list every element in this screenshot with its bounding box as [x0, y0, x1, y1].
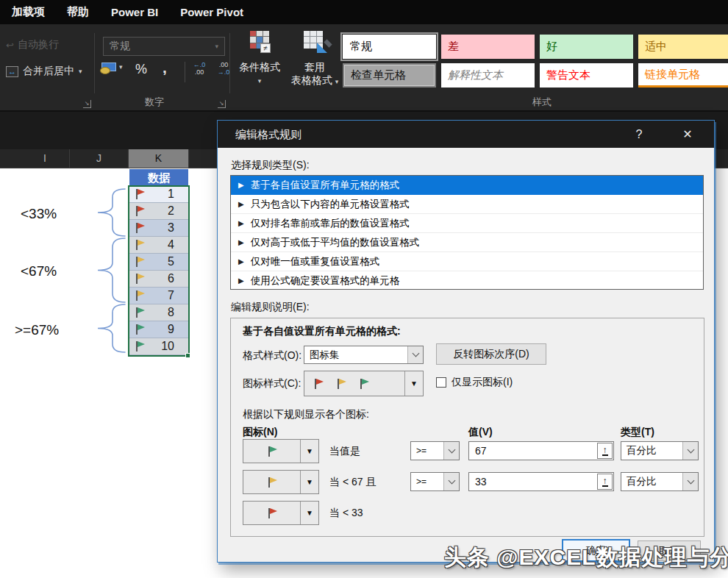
rule-type-item-1[interactable]: ▶只为包含以下内容的单元格设置格式 — [231, 195, 703, 214]
conditional-formatting-button[interactable]: ≠ 条件格式 ▾ — [234, 31, 285, 85]
number-dialog-launcher-icon[interactable]: ↘ — [218, 100, 226, 108]
rule-type-item-3[interactable]: ▶仅对高于或低于平均值的数值设置格式 — [231, 233, 703, 252]
help-icon[interactable]: ? — [627, 121, 652, 148]
rule1-type-combo[interactable]: 百分比 — [621, 441, 699, 460]
alignment-dialog-launcher-icon[interactable]: ↘ — [83, 100, 91, 108]
rule1-value-input[interactable] — [469, 442, 613, 460]
format-style-label: 格式样式(O): — [243, 349, 301, 363]
rule2-value-input[interactable] — [469, 473, 613, 490]
percent-style-button[interactable]: % — [135, 62, 147, 77]
excel-window: 加载项 帮助 Power BI Power Pivot ↩ 自动换行 ↔ 合并后… — [0, 0, 728, 578]
ribbon-tab-row: 加载项 帮助 Power BI Power Pivot — [0, 0, 728, 24]
column-header-k[interactable]: K — [129, 149, 189, 168]
reverse-icon-order-button[interactable]: 反转图标次序(D) — [436, 343, 546, 365]
column-header-i[interactable]: I — [21, 149, 70, 168]
data-header-cell[interactable]: 数据 — [129, 169, 188, 186]
cell-style-warning-text[interactable]: 警告文本 — [540, 63, 633, 88]
fill-handle[interactable] — [185, 353, 190, 358]
chevron-down-icon — [407, 346, 423, 363]
dropdown-icon: ▼ — [301, 478, 318, 486]
cell-style-neutral[interactable]: 适中 — [638, 35, 728, 59]
format-as-table-label-2: 表格格式 ▾ — [288, 74, 341, 88]
styles-group-label: 样式 — [513, 96, 571, 107]
dropdown-icon: ▼ — [405, 379, 423, 388]
rule-type-item-2[interactable]: ▶仅对排名靠前或靠后的数值设置格式 — [231, 214, 703, 233]
cell-k10[interactable]: 9 — [129, 321, 188, 338]
cell-style-check-cell[interactable]: 检查单元格 — [343, 63, 436, 88]
triangle-marker-icon: ▶ — [238, 219, 244, 227]
decrease-decimal-button[interactable]: .00 →.0 — [213, 61, 235, 76]
show-icon-only-option[interactable]: 仅显示图标(I) — [436, 376, 513, 389]
cell-k5[interactable]: 4 — [129, 237, 188, 254]
wrap-text-button[interactable]: ↩ 自动换行 — [6, 38, 59, 51]
rule2-condition-label: 当 < 67 且 — [329, 476, 376, 489]
rule2-type-combo[interactable]: 百分比 — [621, 472, 699, 491]
cell-style-explanatory[interactable]: 解释性文本 — [441, 63, 535, 88]
close-icon[interactable]: ✕ — [675, 121, 700, 148]
flag-icon — [265, 507, 279, 519]
decrease-decimal-icon: .00 — [213, 61, 235, 68]
annotation-lt67: <67% — [21, 263, 57, 279]
rule-type-item-0[interactable]: ▶基于各自值设置所有单元格的格式 — [231, 176, 703, 195]
show-icon-only-checkbox[interactable] — [436, 377, 446, 388]
column-header-j[interactable]: J — [70, 149, 129, 168]
rule2-icon-combo[interactable]: ▼ — [243, 470, 319, 494]
cell-k7[interactable]: 6 — [129, 271, 188, 288]
flag-icon — [133, 340, 146, 352]
ribbon: 加载项 帮助 Power BI Power Pivot ↩ 自动换行 ↔ 合并后… — [0, 0, 728, 110]
icon-style-combo[interactable]: ▼ — [304, 371, 424, 396]
rule1-value-field: ↑ — [468, 441, 614, 460]
rule-type-item-5[interactable]: ▶使用公式确定要设置格式的单元格 — [231, 271, 703, 290]
cell-k11[interactable]: 10 — [129, 338, 188, 355]
cell-k3[interactable]: 2 — [129, 203, 188, 220]
rule1-collapse-button[interactable]: ↑ — [597, 443, 613, 459]
chevron-down-icon — [682, 442, 698, 460]
flag-icon — [133, 205, 146, 217]
format-as-table-button[interactable]: 套用 表格格式 ▾ — [288, 31, 341, 88]
chevron-down-icon: ▾ — [119, 63, 123, 71]
comma-style-button[interactable]: , — [163, 59, 167, 76]
tab-help[interactable]: 帮助 — [67, 5, 89, 19]
cell-style-normal[interactable]: 常规 — [343, 35, 436, 59]
flag-icon — [133, 290, 146, 302]
rule1-icon-combo[interactable]: ▼ — [243, 439, 319, 463]
tab-power-bi[interactable]: Power BI — [111, 6, 158, 18]
tab-addins[interactable]: 加载项 — [12, 5, 45, 19]
cell-k9[interactable]: 8 — [129, 304, 188, 321]
increase-decimal-icon-row2: .00 — [188, 68, 210, 76]
dialog-title: 编辑格式规则 — [235, 128, 301, 140]
cell-style-good[interactable]: 好 — [540, 35, 633, 59]
flag-icon — [265, 446, 279, 457]
rule-type-item-4[interactable]: ▶仅对唯一值或重复值设置格式 — [231, 252, 703, 271]
flag-icon — [133, 239, 146, 251]
triangle-marker-icon: ▶ — [238, 181, 244, 189]
rule3-icon-combo[interactable]: ▼ — [243, 501, 319, 525]
number-format-value: 常规 — [110, 40, 215, 53]
rule2-collapse-button[interactable]: ↑ — [597, 474, 613, 490]
chevron-down-icon — [682, 473, 698, 490]
format-style-combo[interactable]: 图标集 — [304, 346, 424, 364]
watermark-text: 头条 @EXCEL数据处理与分析 — [444, 543, 728, 573]
cell-style-bad[interactable]: 差 — [441, 35, 535, 59]
dropdown-icon: ▼ — [301, 447, 318, 455]
currency-format-button[interactable]: ▾ — [101, 63, 123, 71]
cell-style-linked-cell[interactable]: 链接单元格 — [638, 63, 728, 88]
annotation-lt33: <33% — [21, 206, 57, 222]
merge-center-button[interactable]: ↔ 合并后居中 ▾ — [6, 65, 82, 78]
show-icon-only-label: 仅显示图标(I) — [452, 376, 513, 389]
rule1-operator-combo[interactable]: >= — [410, 441, 460, 460]
chevron-down-icon: ▾ — [234, 77, 285, 85]
tab-power-pivot[interactable]: Power Pivot — [180, 6, 243, 18]
group-separator — [94, 33, 95, 93]
triangle-marker-icon: ▶ — [238, 238, 244, 246]
cell-k4[interactable]: 3 — [129, 220, 188, 237]
rule2-value-field: ↑ — [468, 472, 614, 491]
number-format-combo[interactable]: 常规 ▾ — [103, 37, 225, 56]
cell-k8[interactable]: 7 — [129, 288, 188, 304]
dropdown-icon: ▼ — [301, 509, 318, 517]
rule2-operator-combo[interactable]: >= — [410, 472, 460, 491]
increase-decimal-button[interactable]: ←.0 .00 — [188, 61, 210, 76]
cell-k2[interactable]: 1 — [129, 186, 188, 203]
rules-intro-label: 根据以下规则显示各个图标: — [243, 408, 369, 421]
cell-k6[interactable]: 5 — [129, 254, 188, 271]
